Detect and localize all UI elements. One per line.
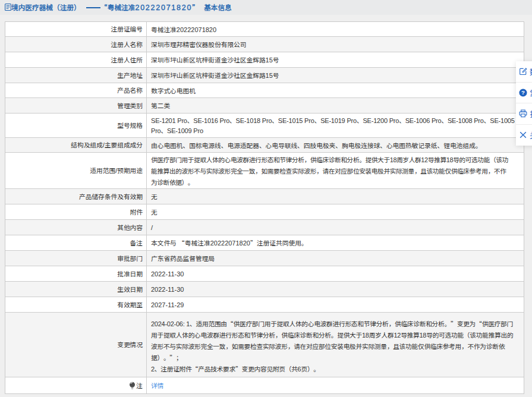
svg-text:?: ? xyxy=(521,89,525,96)
